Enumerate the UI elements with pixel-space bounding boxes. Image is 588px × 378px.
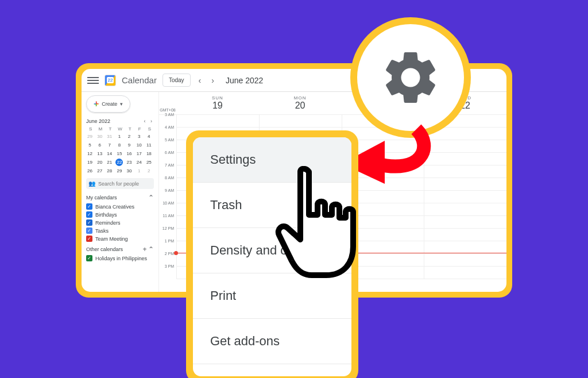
- time-cell[interactable]: [424, 216, 506, 229]
- time-cell[interactable]: [424, 254, 506, 267]
- mini-cal-day[interactable]: 4: [145, 133, 153, 140]
- calendar-logo-icon: 22: [105, 75, 116, 86]
- calendar-item-label: Holidays in Philippines: [95, 256, 147, 261]
- mini-cal-day[interactable]: 30: [126, 167, 133, 175]
- time-label: 8 AM: [159, 176, 176, 188]
- checkbox-icon[interactable]: ✓: [86, 211, 92, 218]
- mini-cal-day[interactable]: 6: [96, 141, 103, 149]
- mini-cal-day[interactable]: 19: [86, 159, 94, 166]
- checkbox-icon[interactable]: ✓: [86, 255, 92, 261]
- time-label: 10 AM: [159, 201, 176, 214]
- app-title: Calendar: [122, 75, 157, 85]
- sidebar: + Create ▾ June 2022 ‹ › SMTWTFS29303112…: [82, 92, 159, 292]
- calendar-item-label: Birthdays: [95, 212, 117, 218]
- day-number: 20: [259, 101, 342, 111]
- mini-cal-day[interactable]: 29: [86, 133, 94, 140]
- checkbox-icon[interactable]: ✓: [86, 227, 92, 234]
- next-period-button[interactable]: ›: [209, 76, 216, 85]
- mini-cal-day[interactable]: 17: [136, 150, 143, 157]
- time-label: 1 PM: [159, 239, 176, 252]
- settings-menu-item[interactable]: Get add-ons: [193, 319, 351, 364]
- time-cell[interactable]: [424, 229, 506, 241]
- search-input[interactable]: [98, 181, 152, 187]
- gear-icon[interactable]: [379, 46, 442, 109]
- time-cell[interactable]: [424, 191, 506, 203]
- people-icon: 👥: [88, 180, 95, 187]
- mini-cal-dow: S: [86, 126, 95, 132]
- mini-cal-day[interactable]: 18: [145, 150, 153, 157]
- collapse-my-calendars[interactable]: ⌃: [148, 194, 154, 202]
- mini-cal-day[interactable]: 29: [115, 167, 123, 175]
- calendar-item-label: Bianca Creatives: [95, 204, 134, 210]
- create-button[interactable]: + Create ▾: [86, 95, 130, 113]
- mini-cal-day[interactable]: 9: [126, 141, 133, 149]
- time-label: 5 AM: [159, 138, 176, 151]
- calendar-item-label: Team Meeting: [95, 236, 128, 242]
- time-cell[interactable]: [424, 203, 506, 216]
- calendar-item[interactable]: ✓Reminders: [86, 219, 154, 226]
- mini-cal-day[interactable]: 15: [115, 150, 123, 157]
- mini-cal-day[interactable]: 1: [115, 133, 123, 140]
- other-calendars-header: Other calendars: [86, 246, 123, 252]
- mini-cal-dow: M: [96, 126, 105, 132]
- time-cell[interactable]: [259, 115, 342, 128]
- checkbox-icon[interactable]: ✓: [86, 236, 92, 242]
- calendar-item[interactable]: ✓Team Meeting: [86, 236, 154, 242]
- checkbox-icon[interactable]: ✓: [86, 219, 92, 226]
- mini-cal-day[interactable]: 23: [126, 159, 133, 166]
- mini-cal-day[interactable]: 16: [126, 150, 133, 157]
- mini-cal-day[interactable]: 2: [126, 133, 133, 140]
- calendar-item-label: Tasks: [95, 228, 109, 234]
- mini-cal-day[interactable]: 1: [136, 167, 143, 175]
- mini-cal-day[interactable]: 14: [106, 150, 113, 157]
- time-cell[interactable]: [176, 115, 259, 128]
- mini-cal-day[interactable]: 27: [96, 167, 103, 175]
- mini-month-label: June 2022: [86, 118, 110, 124]
- hamburger-icon[interactable]: [87, 77, 99, 84]
- search-people[interactable]: 👥: [86, 178, 154, 189]
- time-label: 3 PM: [159, 264, 176, 277]
- mini-cal-day[interactable]: 20: [96, 159, 103, 166]
- prev-period-button[interactable]: ‹: [196, 76, 204, 85]
- mini-cal-day[interactable]: 7: [106, 141, 113, 149]
- calendar-item[interactable]: ✓Tasks: [86, 227, 154, 234]
- mini-cal-day[interactable]: 30: [96, 133, 103, 140]
- time-label: 12 PM: [159, 226, 176, 239]
- day-column-header[interactable]: SUN19: [176, 92, 259, 114]
- mini-cal-day[interactable]: 11: [145, 141, 153, 149]
- today-button[interactable]: Today: [163, 74, 191, 87]
- collapse-other-calendars[interactable]: ⌃: [148, 245, 154, 253]
- time-cell[interactable]: [424, 241, 506, 254]
- mini-cal-day[interactable]: 10: [136, 141, 143, 149]
- time-cell[interactable]: [424, 267, 506, 279]
- mini-cal-day[interactable]: 13: [96, 150, 103, 157]
- mini-cal-day[interactable]: 31: [106, 133, 113, 140]
- mini-cal-day[interactable]: 24: [136, 159, 143, 166]
- mini-cal-dow: T: [106, 126, 114, 132]
- mini-cal-day[interactable]: 26: [86, 167, 94, 175]
- day-column-header[interactable]: MON20: [259, 92, 342, 114]
- mini-cal-day[interactable]: 8: [115, 141, 123, 149]
- calendar-item-label: Reminders: [95, 220, 121, 226]
- mini-cal-day[interactable]: 12: [86, 150, 94, 157]
- calendar-item[interactable]: ✓Birthdays: [86, 211, 154, 218]
- mini-prev-month[interactable]: ‹: [142, 118, 147, 124]
- mini-next-month[interactable]: ›: [149, 118, 154, 124]
- time-label: 9 AM: [159, 188, 176, 201]
- calendar-item[interactable]: ✓Holidays in Philippines: [86, 255, 154, 261]
- gear-highlight-circle: [350, 17, 471, 138]
- day-of-week: MON: [259, 95, 342, 101]
- checkbox-icon[interactable]: ✓: [86, 203, 92, 210]
- mini-cal-day[interactable]: 3: [136, 133, 143, 140]
- calendar-item[interactable]: ✓Bianca Creatives: [86, 203, 154, 210]
- mini-cal-day[interactable]: 2: [145, 167, 153, 175]
- mini-cal-day[interactable]: 5: [86, 141, 94, 149]
- mini-cal-day[interactable]: 25: [145, 159, 153, 166]
- mini-cal-day[interactable]: 22: [115, 159, 123, 166]
- mini-cal-day[interactable]: 21: [106, 159, 113, 166]
- mini-cal-day[interactable]: 28: [106, 167, 113, 175]
- current-month-label: June 2022: [226, 76, 263, 85]
- add-other-calendar[interactable]: +: [142, 245, 146, 253]
- day-of-week: SUN: [176, 95, 259, 101]
- chevron-down-icon: ▾: [120, 101, 123, 107]
